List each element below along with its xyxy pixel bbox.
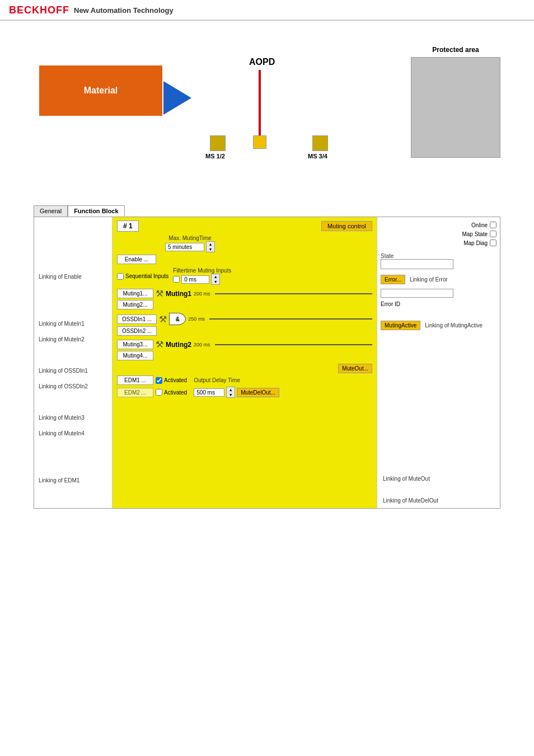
direction-arrow bbox=[163, 81, 191, 115]
muting1-name: Muting1 bbox=[166, 290, 191, 298]
header: BECKHOFF New Automation Technology bbox=[0, 0, 534, 21]
output-delay-spinner[interactable]: ▲ ▼ bbox=[226, 387, 235, 398]
edm2-button[interactable]: EDM2 ... bbox=[117, 388, 153, 397]
linking-mutein4-label: Linking of MuteIn4 bbox=[36, 425, 110, 441]
error-id-field bbox=[381, 289, 453, 298]
muting-active-row: MutingActive Linking of MutingActive bbox=[381, 321, 496, 330]
right-panel: Online Map State Map Diag State Error...… bbox=[377, 217, 500, 508]
filtertime-spinner-up[interactable]: ▲ bbox=[212, 274, 219, 279]
muting2-button[interactable]: Muting2... bbox=[117, 300, 153, 309]
state-label: State bbox=[381, 253, 496, 259]
state-section: State bbox=[381, 253, 496, 270]
map-state-checkbox[interactable] bbox=[490, 231, 496, 237]
mute-out-right-row: Linking of MuteOut bbox=[381, 476, 496, 482]
linking-ossd2-label: Linking of OSSDIn2 bbox=[36, 378, 110, 394]
mute-del-button[interactable]: MuteDelOut... bbox=[237, 388, 279, 397]
max-muting-time-spinner[interactable]: ▲ ▼ bbox=[206, 241, 215, 252]
error-row: Error... Linking of Error bbox=[381, 275, 496, 284]
main-panel: Linking of Enable Linking of MuteIn1 Lin… bbox=[34, 217, 500, 509]
muting-active-button[interactable]: MutingActive bbox=[381, 321, 420, 330]
beckhoff-logo: BECKHOFF bbox=[9, 4, 69, 16]
filtertime-input[interactable] bbox=[181, 275, 209, 284]
spinner-down[interactable]: ▼ bbox=[207, 247, 214, 252]
material-box: Material bbox=[39, 65, 162, 116]
ms34-label: MS 3/4 bbox=[308, 153, 327, 159]
header-subtitle: New Automation Technology bbox=[74, 6, 174, 15]
wrench-icon-muting1: ⚒ bbox=[156, 288, 163, 299]
linking-mute-out-label: Linking of MuteOut bbox=[383, 476, 430, 482]
mute-out-button[interactable]: MuteOut... bbox=[338, 364, 372, 373]
tab-function-block[interactable]: Function Block bbox=[68, 205, 124, 217]
edm1-activated-checkbox[interactable] bbox=[156, 377, 162, 384]
max-muting-time-input[interactable] bbox=[165, 243, 204, 251]
filtertime-spinner-down[interactable]: ▼ bbox=[212, 279, 219, 284]
output-delay-up[interactable]: ▲ bbox=[227, 387, 235, 392]
muting1-button[interactable]: Muting1... bbox=[117, 289, 153, 298]
map-state-label: Map State bbox=[462, 231, 488, 237]
filtertime-checkbox[interactable] bbox=[173, 276, 180, 283]
map-state-row: Map State bbox=[381, 231, 496, 237]
muting4-button[interactable]: Muting4... bbox=[117, 351, 153, 360]
linking-muting-active-label: Linking of MutingActive bbox=[425, 322, 483, 328]
online-row: Online bbox=[381, 222, 496, 228]
edm2-row: EDM2 ... Activated ▲ ▼ MuteDelOut... bbox=[117, 387, 372, 398]
spinner-up[interactable]: ▲ bbox=[207, 242, 214, 247]
state-field bbox=[381, 259, 453, 269]
ms12-label: MS 1/2 bbox=[205, 153, 225, 159]
ossd-block: OSSDIn1 ... ⚒ & 250 ms OSSDIn2 ... bbox=[117, 313, 372, 336]
max-muting-time-label: Max. MutingTime bbox=[165, 235, 215, 241]
sequential-inputs-checkbox-label: Sequential Inputs bbox=[117, 273, 168, 280]
output-delay-down[interactable]: ▼ bbox=[227, 392, 235, 397]
error-id-row bbox=[381, 289, 496, 298]
spacer bbox=[381, 332, 496, 440]
linking-edm1-label: Linking of EDM1 bbox=[36, 472, 110, 488]
output-delay-label: Output Delay Time bbox=[194, 377, 240, 383]
muting3-button[interactable]: Muting3... bbox=[117, 340, 153, 349]
protected-area-title: Protected area bbox=[411, 46, 500, 54]
edm2-activated-checkbox[interactable] bbox=[156, 389, 162, 396]
and-gate: & bbox=[169, 313, 186, 325]
ms12-sensor-box bbox=[210, 135, 226, 151]
muting2-name: Muting2 bbox=[166, 341, 191, 349]
linking-mutein2-label: Linking of MuteIn2 bbox=[36, 331, 110, 347]
muting2-time: 200 ms bbox=[194, 342, 210, 348]
center-content: # 1 Muting control Max. MutingTime ▲ ▼ E… bbox=[113, 217, 377, 508]
tab-bar: General Function Block bbox=[34, 205, 500, 217]
diagram-area: Material AOPD MS 1/2 MS 3/4 Protected ar… bbox=[0, 21, 534, 200]
tabs-section: General Function Block bbox=[0, 205, 534, 217]
and-time: 250 ms bbox=[188, 316, 205, 322]
ossd2-button[interactable]: OSSDIn2 ... bbox=[117, 326, 157, 336]
error-button[interactable]: Error... bbox=[381, 275, 405, 284]
edm2-activated-label: Activated bbox=[156, 389, 187, 396]
edm1-button[interactable]: EDM1 ... bbox=[117, 375, 153, 385]
linking-enable-label: Linking of Enable bbox=[36, 269, 110, 284]
muting-control-button[interactable]: Muting control bbox=[321, 221, 372, 231]
muting1-time: 200 ms bbox=[194, 291, 210, 297]
linking-mutein1-label: Linking of MuteIn1 bbox=[36, 316, 110, 331]
ossd1-button[interactable]: OSSDIn1 ... bbox=[117, 314, 157, 324]
aopd-label: AOPD bbox=[249, 57, 275, 67]
online-checkbox[interactable] bbox=[490, 222, 496, 228]
linking-edm2-label bbox=[36, 488, 110, 504]
edm1-activated-label: Activated bbox=[156, 377, 187, 384]
linking-error-label: Linking of Error bbox=[410, 276, 448, 283]
wrench-icon-ossd: ⚒ bbox=[159, 314, 167, 325]
aopd-line bbox=[259, 70, 261, 137]
ms-center-sensor bbox=[253, 135, 266, 149]
wrench-icon-muting2: ⚒ bbox=[156, 339, 163, 350]
left-labels: Linking of Enable Linking of MuteIn1 Lin… bbox=[34, 217, 113, 508]
linking-ossd1-label: Linking of OSSDIn1 bbox=[36, 363, 110, 378]
linking-mute-del-label: Linking of MuteDelOut bbox=[383, 497, 438, 504]
filtertime-spinner[interactable]: ▲ ▼ bbox=[211, 274, 220, 285]
sequential-inputs-checkbox[interactable] bbox=[117, 273, 124, 280]
protected-area-box bbox=[411, 57, 500, 158]
enable-button[interactable]: Enable ... bbox=[117, 255, 156, 264]
online-label: Online bbox=[471, 222, 488, 228]
mute-del-right-row: Linking of MuteDelOut bbox=[381, 497, 496, 504]
map-diag-checkbox[interactable] bbox=[490, 240, 496, 246]
output-delay-input[interactable] bbox=[194, 388, 224, 397]
map-diag-row: Map Diag bbox=[381, 240, 496, 246]
muting1-block: Muting1... ⚒ Muting1 200 ms Muting2... bbox=[117, 288, 372, 309]
ms34-sensor-box bbox=[312, 135, 328, 151]
tab-general[interactable]: General bbox=[34, 205, 68, 217]
